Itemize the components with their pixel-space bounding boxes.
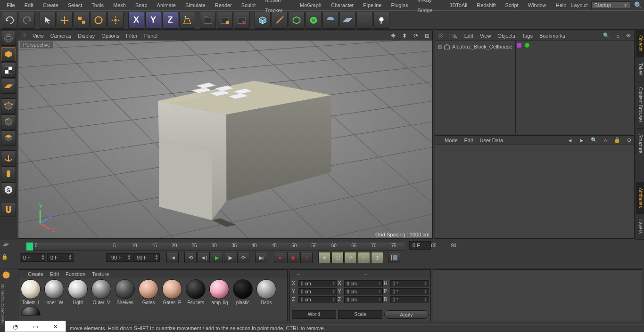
coord-mode-select[interactable]: World <box>292 310 336 319</box>
model-mode-button[interactable] <box>1 47 16 62</box>
rotate-tool[interactable] <box>91 12 107 29</box>
menu-vray[interactable]: V-Ray Bridge <box>413 0 445 16</box>
pos-key-button[interactable]: ✥ <box>318 252 330 263</box>
menu-window[interactable]: Window <box>523 0 551 10</box>
scale-key-button[interactable]: ◱ <box>331 252 344 263</box>
viewport-menu-options[interactable]: Options <box>101 33 119 39</box>
size-y-field[interactable]: 0 cm <box>344 288 382 295</box>
floor-button[interactable] <box>339 12 355 29</box>
scale-tool[interactable] <box>74 12 90 29</box>
material-ball-icon[interactable] <box>162 279 182 299</box>
home-icon[interactable]: ⌂ <box>616 33 619 39</box>
object-row[interactable]: ⊞ Alcatraz_Block_Cellhouse <box>437 42 513 51</box>
menu-pipeline[interactable]: Pipeline <box>358 0 386 10</box>
mouse-tool-button[interactable] <box>1 166 16 181</box>
axis-x-button[interactable]: X <box>128 12 144 29</box>
material-item[interactable]: plastic <box>231 279 254 305</box>
playhead[interactable] <box>26 243 33 251</box>
pos-z-field[interactable]: 0 cm <box>298 296 337 303</box>
next-key-button[interactable]: ⟳ <box>237 252 249 263</box>
restore-icon[interactable]: ▭ <box>33 323 38 330</box>
menu-render[interactable]: Render <box>210 0 237 10</box>
axis-z-button[interactable]: Z <box>162 12 178 29</box>
next-frame-button[interactable]: |▶ <box>224 252 236 263</box>
objects-menu-edit[interactable]: Edit <box>464 33 473 39</box>
orbit-icon[interactable]: ⟳ <box>413 32 418 39</box>
material-ball-icon[interactable] <box>44 279 64 299</box>
grip-icon[interactable] <box>21 33 26 38</box>
move-tool[interactable] <box>57 12 73 29</box>
menu-plugins[interactable]: Plugins <box>386 0 413 10</box>
material-item[interactable] <box>19 306 42 316</box>
material-ball-icon[interactable] <box>233 279 253 299</box>
coord-scale-select[interactable]: Scale <box>338 310 382 319</box>
objects-menu-file[interactable]: File <box>449 33 458 39</box>
attr-menu-mode[interactable]: Mode <box>445 138 458 143</box>
viewport-menu-cameras[interactable]: Cameras <box>50 33 72 39</box>
objects-menu-tags[interactable]: Tags <box>522 33 533 39</box>
material-item[interactable]: Outer_V <box>90 279 113 305</box>
object-hierarchy[interactable]: ⊞ Alcatraz_Block_Cellhouse <box>435 40 516 134</box>
rot-b-field[interactable]: 0 ° <box>390 296 429 303</box>
menu-create[interactable]: Create <box>38 0 63 10</box>
frame-end[interactable]: 90 F▲▼ <box>106 253 132 262</box>
globe-icon[interactable] <box>1 31 16 46</box>
expand-icon[interactable]: ⊞ <box>438 44 442 49</box>
material-ball-icon[interactable] <box>68 279 88 299</box>
material-item[interactable]: Inner_W <box>43 279 66 305</box>
menu-edit[interactable]: Edit <box>20 0 38 10</box>
viewport-menu-view[interactable]: View <box>33 33 44 39</box>
tab-attributes[interactable]: Attributes <box>636 182 644 214</box>
maximize-icon[interactable]: ⊞ <box>425 32 429 39</box>
tag-green-icon[interactable] <box>525 43 529 48</box>
grip-icon[interactable] <box>438 33 443 38</box>
object-visibility-column[interactable] <box>516 40 532 134</box>
tab-takes[interactable]: Takes <box>636 57 644 81</box>
autokey-button[interactable]: ◉ <box>287 252 299 263</box>
magnet-button[interactable] <box>1 202 16 217</box>
pos-x-field[interactable]: 0 cm <box>298 280 337 287</box>
material-item[interactable]: Bads <box>255 279 278 305</box>
material-item[interactable]: Faucets <box>184 279 207 305</box>
frame-current[interactable]: 0 F▲▼ <box>20 253 46 262</box>
attr-menu-edit[interactable]: Edit <box>464 138 473 143</box>
undo-button[interactable] <box>2 12 18 29</box>
materials-grid[interactable]: Toilets_IInner_WLightOuter_VShelvesGates… <box>18 278 287 316</box>
environment-button[interactable] <box>305 12 322 29</box>
material-ball-icon[interactable] <box>256 279 276 299</box>
menu-mograph[interactable]: MoGraph <box>295 0 326 10</box>
menu-mesh[interactable]: Mesh <box>108 0 131 10</box>
deformer-button[interactable] <box>289 12 305 29</box>
goto-start-button[interactable]: |◄ <box>166 252 179 263</box>
menu-character[interactable]: Character <box>326 0 358 10</box>
menu-redshift[interactable]: Redshift <box>472 0 500 10</box>
prev-key-button[interactable]: ⟲ <box>184 252 197 263</box>
rot-key-button[interactable]: ⟳ <box>345 252 357 263</box>
lock-icon[interactable]: 🔒 <box>614 137 620 143</box>
material-item[interactable]: Gates <box>137 279 160 305</box>
coord-system-button[interactable] <box>179 12 195 29</box>
menu-file[interactable]: File <box>2 0 20 10</box>
materials-menu-function[interactable]: Function <box>66 271 85 277</box>
materials-menu-texture[interactable]: Texture <box>92 271 109 277</box>
back-icon[interactable]: ◄ <box>568 138 573 143</box>
layout-dropdown[interactable]: Startup <box>591 1 630 9</box>
eye-icon[interactable]: 👁 <box>626 33 631 39</box>
materials-menu-create[interactable]: Create <box>28 271 43 277</box>
fwd-icon[interactable]: ► <box>579 138 584 143</box>
texture-mode-button[interactable] <box>1 63 16 78</box>
zoom-icon[interactable]: ⬍ <box>402 32 407 39</box>
taskbar-thumbnail[interactable]: ◔ ▭ ✕ <box>5 321 66 332</box>
pla-key-button[interactable]: ⊞ <box>371 252 383 263</box>
material-item[interactable]: lamp_lig <box>208 279 231 305</box>
size-z-field[interactable]: 0 cm <box>344 296 382 303</box>
prev-frame-button[interactable]: ◄| <box>198 252 210 263</box>
rot-p-field[interactable]: 0 ° <box>390 288 429 295</box>
search-icon[interactable]: 🔍 <box>591 137 597 143</box>
pen-tool-button[interactable] <box>272 12 288 29</box>
search-icon[interactable]: 🔍 <box>603 32 610 39</box>
workplane-button[interactable] <box>1 79 16 94</box>
size-x-field[interactable]: 0 cm <box>344 280 382 287</box>
tab-content-browser[interactable]: Content Browser <box>636 81 644 128</box>
objects-menu-view[interactable]: View <box>480 33 491 39</box>
